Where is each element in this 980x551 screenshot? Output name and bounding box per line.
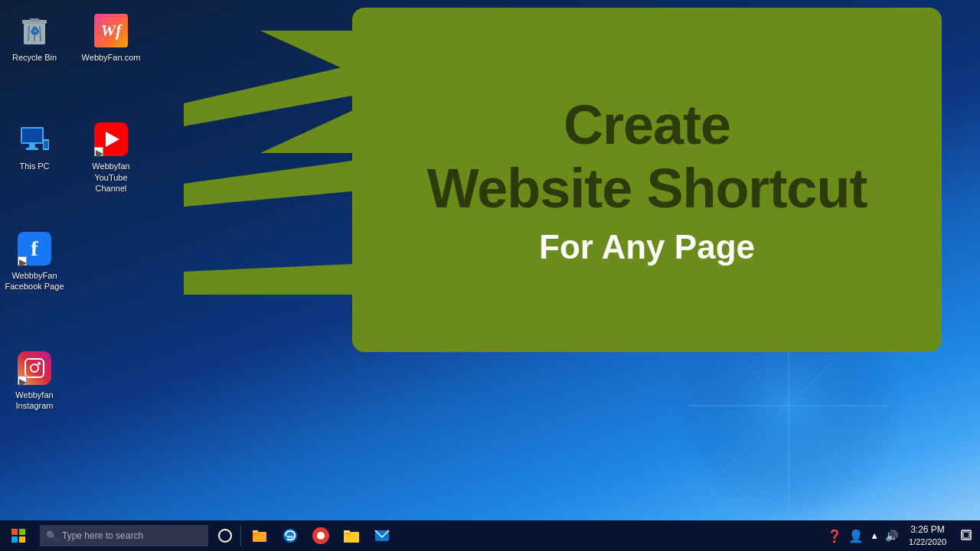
desktop-icons-col2: Wf WebbyFan.com Webbyfan YouTube Channel xyxy=(77,0,145,200)
svg-rect-27 xyxy=(19,536,25,543)
svg-rect-26 xyxy=(11,536,18,543)
svg-marker-7 xyxy=(184,264,352,295)
taskbar-separator xyxy=(240,525,241,546)
svg-marker-21 xyxy=(19,259,27,267)
taskbar-pinned-apps xyxy=(243,520,399,551)
mail-taskbar[interactable] xyxy=(368,520,396,551)
recycle-bin-label: Recycle Bin xyxy=(12,52,57,63)
svg-text:♻: ♻ xyxy=(30,25,40,37)
speech-bubble: Create Website Shortcut For Any Page xyxy=(352,8,942,352)
youtube-label: Webbyfan YouTube Channel xyxy=(80,161,142,194)
record-icon-taskbar[interactable] xyxy=(307,520,335,551)
start-button[interactable] xyxy=(0,520,37,551)
recycle-bin-image: ♻ xyxy=(16,12,53,49)
this-pc-label: This PC xyxy=(19,161,49,171)
instagram-icon[interactable]: Webbyfan Instagram xyxy=(0,344,69,418)
svg-rect-16 xyxy=(22,129,42,142)
facebook-label: WebbbyFan Facebook Page xyxy=(5,270,64,292)
search-box[interactable]: 🔍 Type here to search xyxy=(40,525,208,546)
clock-date: 1/22/2020 xyxy=(909,536,946,548)
file-explorer-taskbar[interactable] xyxy=(246,520,273,551)
this-pc-icon[interactable]: This PC xyxy=(0,115,69,178)
edge-taskbar[interactable] xyxy=(276,520,304,551)
facebook-image: f xyxy=(16,230,53,267)
tray-help-icon[interactable]: ❓ xyxy=(827,529,842,543)
taskbar: 🔍 Type here to search xyxy=(0,520,980,551)
svg-rect-38 xyxy=(963,532,969,538)
system-tray: ❓ 👤 ▲ 🔊 xyxy=(822,529,903,543)
taskbar-tray: ❓ 👤 ▲ 🔊 3:26 PM 1/22/2020 xyxy=(822,520,980,551)
facebook-icon[interactable]: f WebbbyFan Facebook Page xyxy=(0,224,69,298)
svg-line-13 xyxy=(40,26,41,41)
svg-rect-24 xyxy=(11,529,18,535)
instagram-label: Webbyfan Instagram xyxy=(15,390,53,412)
webbyfan-com-icon[interactable]: Wf WebbyFan.com xyxy=(77,6,145,69)
svg-marker-6 xyxy=(184,161,352,207)
desktop-icons-col1: ♻ Recycle Bin This PC xyxy=(0,0,69,418)
youtube-image xyxy=(93,121,129,158)
bubble-title: Create Website Shortcut xyxy=(427,93,867,220)
folder-taskbar[interactable] xyxy=(338,520,365,551)
task-view-button[interactable] xyxy=(211,520,239,551)
search-placeholder: Type here to search xyxy=(62,530,143,541)
svg-rect-18 xyxy=(26,148,38,150)
svg-point-28 xyxy=(219,530,231,542)
svg-rect-35 xyxy=(344,530,350,533)
instagram-image xyxy=(16,350,53,386)
clock-time: 3:26 PM xyxy=(910,523,945,536)
tray-arrow-icon[interactable]: ▲ xyxy=(870,530,879,541)
webbyfan-com-label: WebbyFan.com xyxy=(82,52,141,63)
svg-rect-20 xyxy=(44,141,48,148)
this-pc-image xyxy=(16,121,53,158)
youtube-icon[interactable]: Webbyfan YouTube Channel xyxy=(77,115,145,200)
tray-network-icon[interactable]: 🔊 xyxy=(885,530,898,542)
svg-rect-25 xyxy=(19,529,25,535)
webbyfan-com-image: Wf xyxy=(93,12,129,49)
svg-marker-23 xyxy=(96,150,103,158)
recycle-bin-icon[interactable]: ♻ Recycle Bin xyxy=(0,6,69,69)
notification-button[interactable] xyxy=(952,520,980,551)
arrow-decorations xyxy=(145,42,352,333)
svg-rect-10 xyxy=(30,18,39,21)
tray-user-icon[interactable]: 👤 xyxy=(848,529,864,543)
bubble-subtitle: For Any Page xyxy=(539,228,755,266)
search-icon: 🔍 xyxy=(46,530,57,541)
system-clock[interactable]: 3:26 PM 1/22/2020 xyxy=(903,520,952,551)
svg-rect-31 xyxy=(253,530,258,533)
desktop: Create Website Shortcut For Any Page ♻ xyxy=(0,0,980,520)
svg-marker-22 xyxy=(19,379,27,386)
